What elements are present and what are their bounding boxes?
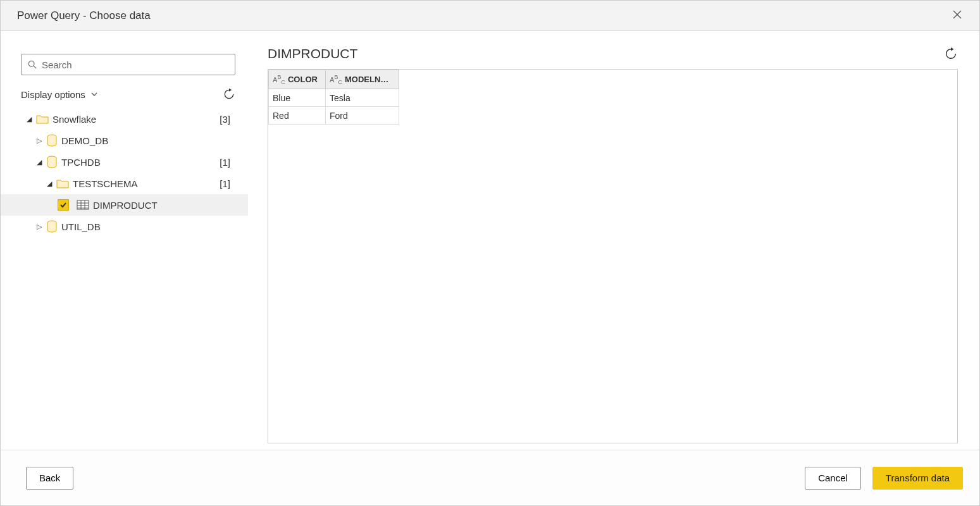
table-row[interactable]: Red Ford	[269, 107, 399, 125]
chevron-down-icon	[90, 89, 98, 100]
expand-icon[interactable]: ▷	[35, 137, 44, 145]
transform-data-button[interactable]: Transform data	[872, 467, 963, 490]
database-icon	[46, 134, 58, 147]
column-header-model[interactable]: ABC MODELN…	[326, 70, 399, 89]
database-icon	[46, 220, 58, 233]
close-icon[interactable]	[948, 6, 967, 25]
tree-label: Snowflake	[53, 114, 96, 125]
preview-title: DIMPRODUCT	[268, 46, 357, 61]
search-input[interactable]	[42, 59, 228, 70]
text-type-icon: ABC	[330, 74, 342, 85]
tree-node-demo-db[interactable]: ▷ DEMO_DB	[21, 130, 235, 151]
column-header-color[interactable]: ABC COLOR	[269, 70, 326, 89]
tree-label: DIMPRODUCT	[93, 200, 158, 211]
preview-header: DIMPRODUCT	[268, 46, 958, 61]
window-title: Power Query - Choose data	[17, 9, 151, 22]
display-options-label: Display options	[21, 89, 85, 100]
cancel-button[interactable]: Cancel	[805, 467, 861, 490]
tree-node-snowflake[interactable]: ◢ Snowflake [3]	[21, 108, 235, 130]
tree-label: TESTSCHEMA	[73, 178, 138, 189]
folder-icon	[56, 178, 69, 188]
table-icon	[77, 200, 89, 210]
expand-icon[interactable]: ▷	[35, 223, 44, 231]
tree-node-dimproduct[interactable]: DIMPRODUCT	[21, 194, 235, 216]
sidebar: Display options ◢ Snowflake [3] ▷	[1, 31, 249, 450]
search-box[interactable]	[21, 54, 235, 75]
preview-grid: ABC COLOR ABC MODELN…	[268, 69, 958, 443]
search-icon	[28, 60, 37, 69]
display-options-row: Display options	[21, 83, 235, 106]
tree-count: [1]	[220, 157, 230, 168]
table-header-row: ABC COLOR ABC MODELN…	[269, 70, 399, 89]
cell: Blue	[269, 89, 326, 107]
tree-count: [3]	[220, 114, 230, 125]
preview-panel: DIMPRODUCT ABC COLOR	[249, 31, 979, 450]
collapse-icon[interactable]: ◢	[25, 115, 34, 123]
tree-label: DEMO_DB	[61, 135, 108, 146]
refresh-preview-icon[interactable]	[944, 47, 958, 61]
tree-node-tpchdb[interactable]: ◢ TPCHDB [1]	[21, 151, 235, 173]
checkbox-checked-icon[interactable]	[58, 199, 69, 211]
collapse-icon[interactable]: ◢	[35, 158, 44, 166]
tree-count: [1]	[220, 178, 230, 189]
tree-label: UTIL_DB	[61, 221, 101, 232]
column-label: COLOR	[288, 75, 318, 84]
refresh-tree-icon[interactable]	[223, 88, 235, 101]
folder-icon	[36, 114, 49, 124]
content-area: Display options ◢ Snowflake [3] ▷	[1, 31, 979, 450]
table-row[interactable]: Blue Tesla	[269, 89, 399, 107]
titlebar: Power Query - Choose data	[1, 1, 979, 31]
tree-label: TPCHDB	[61, 157, 101, 168]
footer: Back Cancel Transform data	[1, 450, 979, 505]
back-button[interactable]: Back	[26, 467, 73, 490]
cell: Tesla	[326, 89, 399, 107]
column-label: MODELN…	[345, 75, 388, 84]
svg-line-1	[34, 66, 36, 68]
cell: Red	[269, 107, 326, 125]
database-icon	[46, 156, 58, 168]
tree-node-util-db[interactable]: ▷ UTIL_DB	[21, 216, 235, 237]
svg-point-0	[28, 61, 34, 66]
cell: Ford	[326, 107, 399, 125]
display-options-toggle[interactable]: Display options	[21, 89, 98, 100]
tree-node-testschema[interactable]: ◢ TESTSCHEMA [1]	[21, 173, 235, 194]
data-table: ABC COLOR ABC MODELN…	[268, 70, 399, 125]
collapse-icon[interactable]: ◢	[45, 180, 54, 188]
text-type-icon: ABC	[273, 74, 285, 85]
navigator-tree: ◢ Snowflake [3] ▷ DEMO_DB ◢ TPCHDB	[21, 108, 235, 237]
